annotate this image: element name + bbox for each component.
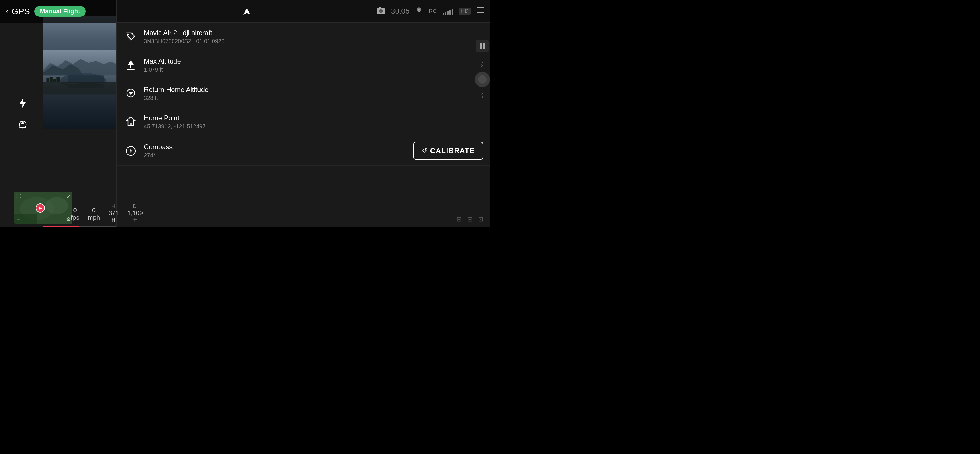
top-bar: ‹ GPS Manual Flight bbox=[0, 0, 116, 23]
distance-status: D 1,109 ft bbox=[127, 204, 143, 224]
mini-map-settings-icon[interactable]: ⚙ bbox=[66, 216, 71, 223]
calibrate-refresh-icon: ↺ bbox=[422, 147, 427, 155]
float-circle-icon bbox=[478, 75, 487, 84]
svg-marker-29 bbox=[128, 60, 134, 65]
float-chevron-right-2[interactable]: › bbox=[480, 93, 484, 101]
altitude-status: H 371 ft bbox=[108, 204, 119, 224]
svg-rect-41 bbox=[480, 46, 482, 49]
back-button[interactable]: ‹ bbox=[6, 7, 8, 16]
svg-rect-42 bbox=[483, 46, 485, 49]
distance-prefix: D bbox=[133, 204, 137, 209]
tab-navigation[interactable] bbox=[236, 0, 258, 22]
drone-marker: ▶ bbox=[36, 204, 45, 212]
nav-arrow-icon bbox=[243, 7, 251, 15]
download-icon[interactable] bbox=[16, 117, 30, 131]
svg-rect-8 bbox=[53, 79, 56, 82]
signal-bar-3 bbox=[447, 11, 449, 15]
return-home-title: Return Home Altitude bbox=[144, 86, 478, 94]
mini-map[interactable]: ⛶ ⤢ ▶ − ⚙ bbox=[14, 191, 72, 224]
left-icons bbox=[16, 96, 30, 131]
svg-rect-9 bbox=[56, 77, 60, 82]
camera-icon[interactable] bbox=[377, 6, 385, 16]
settings-icon[interactable] bbox=[415, 6, 423, 16]
left-panel: ‹ GPS Manual Flight bbox=[0, 0, 116, 227]
float-circle-btn[interactable] bbox=[475, 72, 490, 87]
max-altitude-content: Max Altitude 1,079 ft bbox=[144, 57, 478, 73]
list-item[interactable]: Home Point 45.713912, -121.512497 bbox=[117, 108, 490, 136]
svg-point-22 bbox=[380, 10, 382, 12]
svg-point-28 bbox=[128, 34, 129, 35]
calibrate-button[interactable]: ↺ CALIBRATE bbox=[414, 142, 483, 160]
calibrate-btn-label: CALIBRATE bbox=[430, 147, 475, 155]
altitude-value: 371 ft bbox=[108, 209, 119, 224]
svg-rect-25 bbox=[477, 7, 484, 8]
home-point-icon bbox=[123, 115, 138, 129]
more-icon[interactable] bbox=[476, 6, 484, 16]
signal-bar-5 bbox=[452, 9, 453, 15]
home-point-title: Home Point bbox=[144, 114, 483, 122]
camera-view bbox=[43, 16, 116, 129]
svg-rect-6 bbox=[46, 78, 49, 82]
flash-icon[interactable] bbox=[16, 96, 30, 110]
settings-list: Mavic Air 2 | dji aircraft 3N3BH6700200S… bbox=[117, 23, 490, 227]
signal-bar-4 bbox=[449, 10, 451, 15]
return-home-content: Return Home Altitude 328 ft bbox=[144, 86, 478, 101]
mini-map-frame-icon: ⛶ bbox=[16, 193, 21, 199]
list-item[interactable]: Mavic Air 2 | dji aircraft 3N3BH6700200S… bbox=[117, 23, 490, 51]
svg-marker-19 bbox=[243, 8, 250, 15]
bottom-icon-1[interactable]: ⊟ bbox=[457, 216, 461, 223]
svg-rect-13 bbox=[22, 121, 23, 124]
float-chevron-right-1[interactable]: › bbox=[480, 58, 484, 66]
distance-value: 1,109 ft bbox=[127, 209, 143, 224]
home-point-content: Home Point 45.713912, -121.512497 bbox=[144, 114, 483, 130]
signal-bar-2 bbox=[445, 12, 446, 15]
aircraft-info-content: Mavic Air 2 | dji aircraft 3N3BH6700200S… bbox=[144, 29, 483, 45]
max-altitude-title: Max Altitude bbox=[144, 57, 478, 65]
max-altitude-icon bbox=[123, 58, 138, 73]
bottom-icon-3[interactable]: ⊡ bbox=[478, 216, 483, 223]
hd-label: HD bbox=[459, 8, 471, 15]
right-panel: 30:05 RC HD bbox=[116, 0, 490, 227]
list-item[interactable]: Max Altitude 1,079 ft › bbox=[117, 51, 490, 80]
drone-direction-arrow: ▶ bbox=[39, 206, 42, 210]
svg-rect-7 bbox=[50, 78, 53, 82]
speed-status: 0 mph bbox=[88, 207, 100, 221]
svg-rect-23 bbox=[379, 7, 381, 8]
compass-content: Compass 274° bbox=[144, 143, 414, 159]
list-item[interactable]: Return Home Altitude 328 ft › bbox=[117, 80, 490, 108]
svg-rect-40 bbox=[483, 43, 485, 46]
svg-marker-33 bbox=[129, 92, 133, 96]
gps-label: GPS bbox=[12, 6, 30, 16]
max-altitude-subtitle: 1,079 ft bbox=[144, 66, 478, 73]
flight-mode-badge: Manual Flight bbox=[34, 6, 86, 17]
svg-rect-14 bbox=[19, 127, 26, 128]
svg-marker-37 bbox=[130, 148, 132, 151]
compass-title: Compass bbox=[144, 143, 414, 151]
fps-value: 0 fps bbox=[71, 207, 79, 221]
altitude-prefix: H bbox=[111, 204, 115, 209]
mini-map-expand-button[interactable]: ⤢ bbox=[67, 193, 71, 199]
rc-label: RC bbox=[429, 8, 437, 14]
signal-bar-1 bbox=[442, 13, 444, 15]
camera-scene bbox=[43, 16, 116, 129]
svg-rect-34 bbox=[126, 97, 135, 99]
home-point-subtitle: 45.713912, -121.512497 bbox=[144, 123, 483, 130]
compass-subtitle: 274° bbox=[144, 152, 414, 159]
svg-rect-31 bbox=[127, 69, 135, 70]
return-home-subtitle: 328 ft bbox=[144, 95, 478, 101]
svg-rect-35 bbox=[130, 123, 132, 126]
float-map-icon[interactable] bbox=[476, 40, 488, 52]
mini-map-zoom-minus[interactable]: − bbox=[16, 216, 20, 223]
svg-rect-30 bbox=[130, 65, 131, 67]
svg-rect-39 bbox=[480, 43, 482, 46]
bottom-icon-2[interactable]: ⊞ bbox=[467, 216, 473, 223]
speed-value: 0 mph bbox=[88, 207, 100, 221]
return-home-icon bbox=[123, 86, 138, 101]
main-container: ‹ GPS Manual Flight bbox=[0, 0, 490, 227]
svg-marker-10 bbox=[20, 98, 25, 108]
right-float-panel: › › bbox=[475, 40, 490, 101]
aircraft-title: Mavic Air 2 | dji aircraft bbox=[144, 29, 483, 37]
bottom-icons-row: ⊟ ⊞ ⊡ bbox=[457, 216, 483, 223]
mini-map-inner: ⛶ ⤢ ▶ − ⚙ bbox=[14, 191, 72, 224]
svg-point-17 bbox=[45, 197, 68, 214]
